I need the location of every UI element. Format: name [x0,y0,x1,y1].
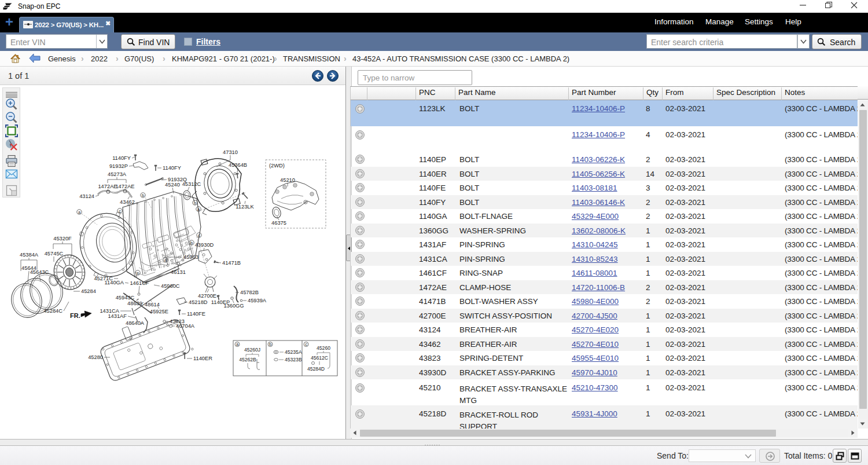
svg-text:(2WD): (2WD) [269,163,285,169]
svg-text:1472AE: 1472AE [115,184,134,189]
svg-text:1140ER: 1140ER [193,356,212,361]
svg-text:48639: 48639 [127,301,142,306]
svg-text:45235A: 45235A [285,349,302,355]
svg-text:45320F: 45320F [53,236,72,241]
svg-text:c: c [198,233,200,238]
svg-text:46375: 46375 [271,220,286,226]
svg-text:45284: 45284 [81,288,96,294]
svg-text:45273A: 45273A [108,171,127,177]
svg-text:45943C: 45943C [116,295,135,301]
svg-text:45963: 45963 [183,254,198,260]
svg-text:45925E: 45925E [150,309,168,314]
svg-text:47310: 47310 [223,149,238,155]
svg-text:1140GA: 1140GA [105,280,124,285]
svg-text:48614: 48614 [145,302,160,307]
svg-text:45284C: 45284C [43,308,62,314]
svg-text:45312C: 45312C [182,181,201,187]
svg-text:46131: 46131 [171,269,186,275]
svg-text:45612C: 45612C [311,355,328,361]
svg-text:b: b [194,200,196,206]
svg-text:45643C: 45643C [30,269,49,275]
svg-text:1431AF: 1431AF [108,313,127,319]
svg-text:45960C: 45960C [161,283,180,289]
svg-text:b: b [142,193,144,198]
svg-text:45210: 45210 [280,177,295,183]
svg-text:b: b [190,240,193,246]
svg-text:1140FE: 1140FE [187,311,205,317]
svg-text:45323B: 45323B [285,357,302,363]
svg-text:43124: 43124 [79,193,94,199]
svg-text:45939A: 45939A [248,298,267,303]
svg-text:1123LK: 1123LK [236,204,254,210]
svg-text:45782B: 45782B [240,290,259,295]
svg-text:45384A: 45384A [20,252,39,258]
svg-text:1472AE: 1472AE [98,184,117,189]
svg-text:45260: 45260 [317,345,330,351]
svg-text:1140FY: 1140FY [163,165,181,171]
svg-text:1461CF: 1461CF [130,280,149,286]
svg-text:46704A: 46704A [176,323,195,329]
svg-text:43930D: 43930D [195,242,214,248]
svg-text:43462: 43462 [120,199,135,205]
svg-text:45745C: 45745C [45,251,64,257]
svg-text:b: b [269,342,271,347]
svg-text:c: c [137,270,139,276]
svg-text:c: c [305,342,307,347]
svg-text:FR.: FR. [70,312,80,319]
svg-text:41471B: 41471B [222,260,241,266]
svg-text:45260J: 45260J [244,347,260,353]
svg-text:45262B: 45262B [239,357,256,363]
svg-text:42700E: 42700E [198,293,216,299]
svg-text:45284D: 45284D [307,366,325,372]
svg-text:45240: 45240 [165,182,180,188]
svg-text:45364B: 45364B [229,162,247,168]
svg-text:91932P: 91932P [109,163,128,169]
svg-text:45218D: 45218D [189,299,208,305]
svg-text:1360GG: 1360GG [223,303,244,309]
svg-text:45280: 45280 [88,354,103,360]
svg-text:c: c [119,208,121,214]
svg-text:1140FY: 1140FY [112,155,131,161]
